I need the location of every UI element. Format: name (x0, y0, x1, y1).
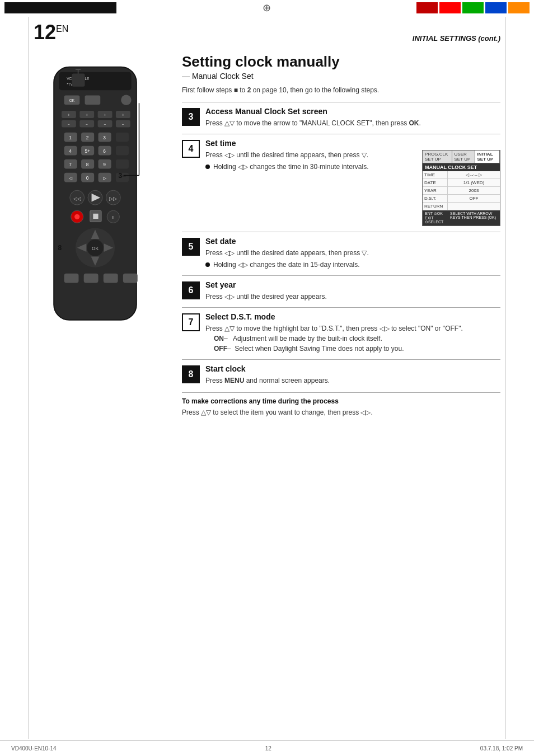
step-5-content: Set date Press ◁▷ until the desired date… (205, 237, 500, 270)
page-suffix: EN (56, 24, 68, 34)
svg-rect-76 (84, 274, 99, 283)
screen-label-return: RETURN (423, 203, 448, 210)
bullet-dot-5 (205, 262, 210, 267)
step-3-text: Press △▽ to move the arrow to "MANUAL CL… (205, 118, 500, 128)
screen-header: MANUAL CLOCK SET (423, 163, 500, 171)
screen-row-return: RETURN (423, 203, 500, 210)
step-5-heading: Set date (205, 237, 500, 246)
step-4-number: 4 (182, 140, 200, 158)
step-7-block: 7 Select D.S.T. mode Press △▽ to move th… (182, 307, 500, 354)
color-block-4 (485, 2, 507, 13)
screen-footer: ENT ⊙OK EXIT ⊙SELECT SELECT WITH ARROW K… (423, 210, 500, 226)
step-7-heading: Select D.S.T. mode (205, 312, 500, 321)
svg-text:2: 2 (86, 135, 89, 140)
screen-row-year: YEAR 2003 (423, 187, 500, 195)
footer: VD400U-EN10-14 12 03.7.18, 1:02 PM (0, 740, 534, 756)
step-3-number: 3 (182, 108, 200, 126)
footer-right: 03.7.18, 1:02 PM (480, 745, 523, 752)
svg-text:−: − (104, 123, 106, 126)
dst-on: ON– Adjustment will be made by the built… (214, 334, 500, 344)
remote-area: VCR | CABLE *TV /DBS OK + + + + − − (34, 64, 174, 728)
svg-rect-77 (104, 274, 118, 283)
screen-footer-left: ENT ⊙OK EXIT ⊙SELECT (425, 212, 450, 224)
color-block-1 (416, 2, 438, 13)
step-4-layout: Press ◁▷ until the desired time appears,… (205, 150, 500, 226)
svg-text:OK: OK (92, 246, 99, 251)
top-center: ⊕ (121, 0, 412, 16)
screen-value-dst: OFF (448, 195, 500, 202)
content-area: Setting clock manually — Manual Clock Se… (182, 53, 500, 728)
main-content: VCR | CABLE *TV /DBS OK + + + + − − (34, 53, 500, 728)
step-6-number: 6 (182, 281, 200, 299)
step-8-text: Press MENU and normal screen appears. (205, 375, 500, 386)
screen-row-dst: D.S.T. OFF (423, 195, 500, 203)
svg-text:4: 4 (69, 148, 72, 154)
footer-center: 12 (265, 745, 271, 752)
svg-text:◁: ◁ (69, 175, 73, 181)
screen-tabs: PROG.CLK SET UP USER SET UP INITIAL SET … (423, 151, 500, 163)
screen-row-date: DATE 1/1 (WED) (423, 179, 500, 187)
screen-label-year: YEAR (423, 187, 448, 194)
screen-tab-1: PROG.CLK SET UP (423, 151, 452, 163)
svg-rect-9 (85, 95, 101, 105)
step-8-content: Start clock Press MENU and normal screen… (205, 364, 500, 386)
svg-rect-47 (116, 159, 129, 169)
compass-icon: ⊕ (263, 2, 271, 14)
svg-text:8: 8 (58, 244, 62, 252)
step-3-block: 3 Access Manual Clock Set screen Press △… (182, 102, 500, 128)
svg-text:6: 6 (103, 148, 106, 154)
step-4-text: Press ◁▷ until the desired time appears,… (205, 150, 416, 226)
step-8-block: 8 Start clock Press MENU and normal scre… (182, 359, 500, 386)
step-5-bullet: Holding ◁▷ changes the date in 15-day in… (205, 260, 500, 270)
screen-value-date: 1/1 (WED) (448, 179, 500, 186)
screen-label-time: TIME (423, 171, 448, 179)
svg-rect-1 (59, 72, 131, 90)
dst-off: OFF– Select when Daylight Saving Time do… (214, 344, 500, 354)
bullet-dot (205, 165, 210, 169)
svg-text:1: 1 (69, 135, 72, 140)
right-margin-line (505, 17, 506, 739)
remote-illustration: VCR | CABLE *TV /DBS OK + + + + − − (34, 64, 157, 333)
screen-value-return (448, 205, 500, 208)
footer-left: VD400U-EN10-14 (11, 745, 57, 752)
step-8-number: 8 (182, 365, 200, 383)
svg-text:−: − (122, 123, 124, 126)
svg-text:3: 3 (103, 135, 106, 140)
svg-text:0: 0 (86, 175, 89, 181)
step-7-content: Select D.S.T. mode Press △▽ to move the … (205, 312, 500, 354)
svg-rect-64 (93, 214, 98, 219)
subtitle-text: — Manual Clock Set (182, 72, 254, 81)
svg-text:+: + (86, 113, 88, 117)
corrections-block: To make corrections any time during the … (182, 392, 500, 417)
svg-point-10 (121, 95, 131, 105)
top-black-bar (4, 2, 116, 13)
color-block-5 (508, 2, 530, 13)
page-number-text: 12 (34, 21, 56, 44)
svg-text:8: 8 (86, 162, 89, 167)
svg-rect-75 (64, 274, 79, 283)
svg-text:−: − (86, 123, 88, 126)
dst-options: ON– Adjustment will be made by the built… (214, 334, 500, 354)
screen-footer-right: SELECT WITH ARROW KEYS THEN PRESS (OK) (450, 212, 498, 224)
svg-text:7: 7 (69, 162, 72, 167)
step-6-content: Set year Press ◁▷ until the desired year… (205, 280, 500, 302)
step-6-block: 6 Set year Press ◁▷ until the desired ye… (182, 275, 500, 302)
step-8-heading: Start clock (205, 364, 500, 373)
step-7-number: 7 (182, 313, 200, 331)
screen-label-dst: D.S.T. (423, 195, 448, 202)
svg-text:9: 9 (103, 162, 106, 167)
step-5-block: 5 Set date Press ◁▷ until the desired da… (182, 232, 500, 270)
svg-rect-40 (116, 146, 129, 156)
corrections-text: Press △▽ to select the item you want to … (182, 407, 500, 417)
top-strip: ⊕ (0, 0, 534, 16)
step-3-heading: Access Manual Clock Set screen (205, 107, 500, 116)
step-5-number: 5 (182, 238, 200, 256)
color-block-3 (462, 2, 484, 13)
step-4-main-text: Press ◁▷ until the desired time appears,… (205, 150, 416, 160)
svg-text:5+: 5+ (85, 148, 90, 154)
screen-value-time: ◁ --:-- ▷ (448, 171, 500, 179)
step-3-content: Access Manual Clock Set screen Press △▽ … (205, 107, 500, 128)
screen-tab-2: USER SET UP (452, 151, 475, 163)
step-5-bullet-text: Holding ◁▷ changes the date in 15-day in… (213, 260, 360, 270)
left-margin-line (28, 17, 29, 739)
